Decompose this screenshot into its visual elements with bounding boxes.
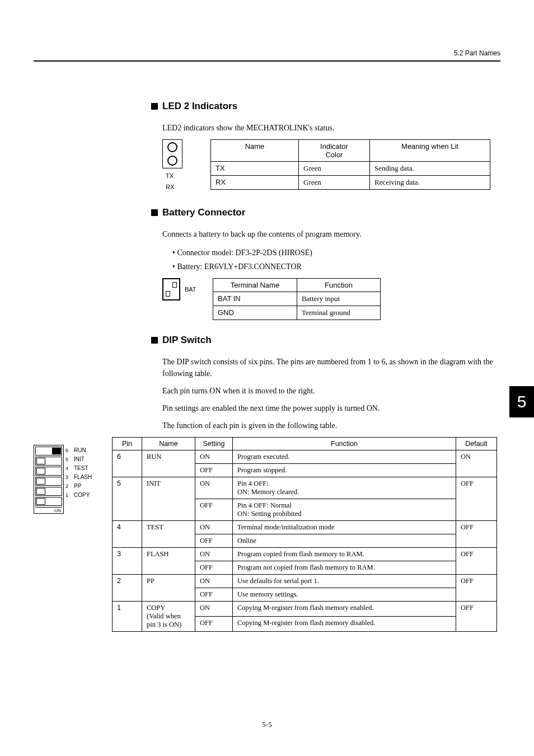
led2-th-color: Indicator Color <box>299 140 370 162</box>
battery-table: Terminal Name Function BAT IN Battery in… <box>213 278 381 320</box>
cell: Pin 4 OFF: Normal ON: Setting prohibited <box>233 499 456 521</box>
tx-label: TX <box>166 170 174 181</box>
table-row: 6 RUN ON Program executed. ON <box>113 450 497 464</box>
header-section: 5.2 Part Names <box>454 49 500 57</box>
pin-name: INIT <box>74 455 92 464</box>
led2-title: LED 2 Indicators <box>151 101 500 112</box>
cell: Sending data. <box>370 162 490 176</box>
cell: COPY (Valid when pin 3 is ON) <box>142 602 195 632</box>
table-row: GND Terminal ground <box>213 306 381 320</box>
rx-led-icon <box>167 156 177 166</box>
table-row: TX Green Sending data. <box>211 162 490 176</box>
dip-title: DIP Switch <box>151 335 500 346</box>
dip-p4: The function of each pin is given in the… <box>162 420 500 431</box>
led2-th-meaning: Meaning when Lit <box>370 140 490 162</box>
cell: INIT <box>142 477 195 521</box>
led2-intro: LED2 indicators show the MECHATROLINK's … <box>162 122 500 134</box>
cell: OFF <box>195 534 233 548</box>
cell: Receiving data. <box>370 176 490 190</box>
cell: FLASH <box>142 548 195 575</box>
dip-th-default: Default <box>456 438 497 450</box>
dip-diagram: ON 6 5 4 3 2 1 RUN INIT TEST FLASH PP <box>34 437 112 514</box>
page-number: 5-5 <box>0 720 534 729</box>
table-row: 2 PP ON Use defaults for serial port 1. … <box>113 575 497 588</box>
cell: ON <box>195 575 233 588</box>
battery-th-term: Terminal Name <box>213 279 297 292</box>
cell: PP <box>142 575 195 602</box>
cell: Online <box>233 534 456 548</box>
cell: Terminal ground <box>297 306 380 320</box>
battery-bullets: Connector model: DF3-2P-2DS (HIROSE) Bat… <box>172 246 500 274</box>
pin-name: PP <box>74 482 92 491</box>
pin-name: FLASH <box>74 473 92 482</box>
cell: OFF <box>456 575 497 602</box>
cell: RX <box>211 176 299 190</box>
table-row: 4 TEST ON Terminal mode/initialization m… <box>113 521 497 534</box>
cell: ON <box>195 477 233 499</box>
cell: Green <box>299 162 370 176</box>
cell: Copying M-register from flash memory dis… <box>233 617 456 632</box>
cell: Green <box>299 176 370 190</box>
dip-title-text: DIP Switch <box>162 335 212 345</box>
cell: Program copied from flash memory to RAM. <box>233 548 456 561</box>
header-rule <box>34 60 500 62</box>
pin-num: 2 <box>65 482 68 491</box>
cell: ON <box>195 450 233 464</box>
cell: OFF <box>195 499 233 521</box>
battery-intro: Connects a battery to back up the conten… <box>162 228 500 240</box>
pin-num: 3 <box>65 473 68 482</box>
dip-p1: The DIP switch consists of six pins. The… <box>162 356 500 379</box>
cell: 4 <box>113 521 142 548</box>
cell: Program executed. <box>233 450 456 464</box>
dip-p3: Pin settings are enabled the next time t… <box>162 402 500 414</box>
cell: ON <box>456 450 497 477</box>
cell: OFF <box>456 602 497 632</box>
cell: OFF <box>195 561 233 575</box>
list-item: Connector model: DF3-2P-2DS (HIROSE) <box>172 246 500 260</box>
dip-slot-4 <box>35 467 62 476</box>
cell: GND <box>213 306 297 320</box>
table-row: 3 FLASH ON Program copied from flash mem… <box>113 548 497 561</box>
tx-led-icon <box>167 142 177 152</box>
table-row: 5 INIT ON Pin 4 OFF: ON: Memory cleared.… <box>113 477 497 499</box>
table-row: BAT IN Battery input <box>213 292 381 306</box>
cell: 2 <box>113 575 142 602</box>
battery-connector-icon <box>162 278 180 300</box>
battery-th-func: Function <box>297 279 380 292</box>
cell: Use defaults for serial port 1. <box>233 575 456 588</box>
cell: OFF <box>456 477 497 521</box>
dip-p2: Each pin turns ON when it is moved to th… <box>162 385 500 397</box>
led2-title-text: LED 2 Indicators <box>162 101 237 111</box>
dip-th-setting: Setting <box>195 438 233 450</box>
cell: 1 <box>113 602 142 632</box>
battery-diagram-label: BAT <box>185 286 196 293</box>
dip-num-col: 6 5 4 3 2 1 <box>65 445 68 500</box>
pin-name: TEST <box>74 464 92 473</box>
table-row: RX Green Receiving data. <box>211 176 490 190</box>
pin-name: COPY <box>74 491 92 500</box>
cell: OFF <box>456 521 497 548</box>
cell: ON <box>195 521 233 534</box>
led2-th-name: Name <box>211 140 299 162</box>
pin-num: 4 <box>65 464 68 473</box>
rx-label: RX <box>166 181 174 192</box>
cell: Program stopped. <box>233 464 456 477</box>
cell: 3 <box>113 548 142 575</box>
cell: OFF <box>456 548 497 575</box>
pin-num: 1 <box>65 491 68 500</box>
table-row: 1 COPY (Valid when pin 3 is ON) ON Copyi… <box>113 602 497 617</box>
cell: OFF <box>195 617 233 632</box>
cell: TEST <box>142 521 195 548</box>
cell: Use memory settings. <box>233 588 456 602</box>
cell: RUN <box>142 450 195 477</box>
cell: BAT IN <box>213 292 297 306</box>
dip-slot-1 <box>35 497 62 506</box>
pin-num: 5 <box>65 455 68 464</box>
battery-title-text: Battery Connector <box>162 207 245 218</box>
led2-table: Name Indicator Color Meaning when Lit TX… <box>210 139 490 190</box>
cell: ON <box>195 602 233 617</box>
cell: Program not copied from flash memory to … <box>233 561 456 575</box>
cell: OFF <box>195 588 233 602</box>
dip-th-name: Name <box>142 438 195 450</box>
chapter-side-tab: 5 <box>509 386 534 417</box>
